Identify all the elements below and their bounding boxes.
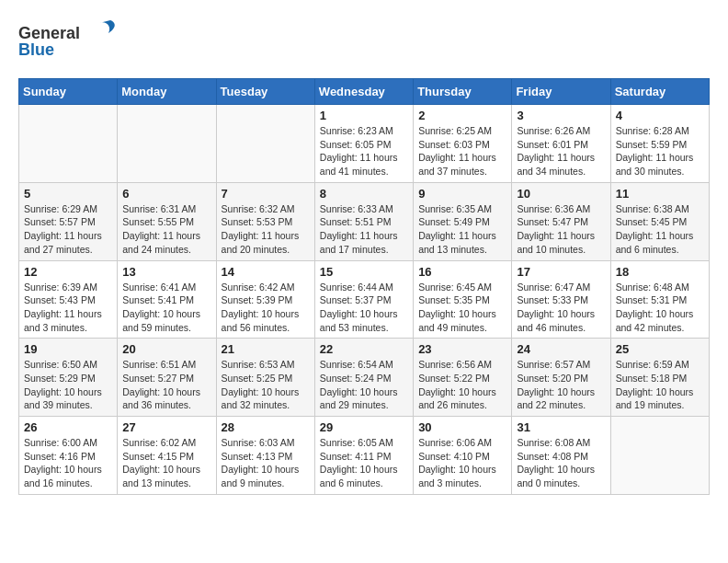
day-info: Sunrise: 6:50 AM Sunset: 5:29 PM Dayligh… xyxy=(24,358,112,412)
calendar-header-row: SundayMondayTuesdayWednesdayThursdayFrid… xyxy=(19,79,710,105)
calendar-cell: 25Sunrise: 6:59 AM Sunset: 5:18 PM Dayli… xyxy=(610,339,709,417)
calendar-week-row: 5Sunrise: 6:29 AM Sunset: 5:57 PM Daylig… xyxy=(19,182,710,260)
day-number: 25 xyxy=(616,342,704,356)
calendar-week-row: 19Sunrise: 6:50 AM Sunset: 5:29 PM Dayli… xyxy=(19,339,710,417)
day-number: 31 xyxy=(517,420,605,434)
calendar-cell xyxy=(19,105,118,183)
logo-text: General Blue xyxy=(18,18,119,63)
day-info: Sunrise: 6:25 AM Sunset: 6:03 PM Dayligh… xyxy=(418,124,506,178)
day-info: Sunrise: 6:56 AM Sunset: 5:22 PM Dayligh… xyxy=(418,358,506,412)
calendar-cell: 27Sunrise: 6:02 AM Sunset: 4:15 PM Dayli… xyxy=(118,417,216,495)
day-info: Sunrise: 6:54 AM Sunset: 5:24 PM Dayligh… xyxy=(320,358,408,412)
day-info: Sunrise: 6:32 AM Sunset: 5:53 PM Dayligh… xyxy=(222,202,310,257)
day-info: Sunrise: 6:42 AM Sunset: 5:39 PM Dayligh… xyxy=(222,281,310,335)
calendar-cell xyxy=(216,105,314,183)
calendar-cell: 28Sunrise: 6:03 AM Sunset: 4:13 PM Dayli… xyxy=(216,417,314,495)
calendar-cell: 7Sunrise: 6:32 AM Sunset: 5:53 PM Daylig… xyxy=(216,182,314,260)
calendar-cell: 15Sunrise: 6:44 AM Sunset: 5:37 PM Dayli… xyxy=(314,260,413,339)
day-number: 6 xyxy=(122,187,210,201)
svg-text:Blue: Blue xyxy=(18,40,54,59)
calendar-cell: 2Sunrise: 6:25 AM Sunset: 6:03 PM Daylig… xyxy=(414,105,512,183)
calendar-cell: 10Sunrise: 6:36 AM Sunset: 5:47 PM Dayli… xyxy=(512,182,610,260)
calendar-cell: 13Sunrise: 6:41 AM Sunset: 5:41 PM Dayli… xyxy=(118,260,216,339)
calendar-week-row: 26Sunrise: 6:00 AM Sunset: 4:16 PM Dayli… xyxy=(19,417,710,495)
day-info: Sunrise: 6:33 AM Sunset: 5:51 PM Dayligh… xyxy=(320,202,408,257)
day-info: Sunrise: 6:36 AM Sunset: 5:47 PM Dayligh… xyxy=(517,202,605,257)
calendar-cell: 6Sunrise: 6:31 AM Sunset: 5:55 PM Daylig… xyxy=(118,182,216,260)
column-header-thursday: Thursday xyxy=(414,79,512,105)
day-info: Sunrise: 6:44 AM Sunset: 5:37 PM Dayligh… xyxy=(320,281,408,335)
calendar-cell: 17Sunrise: 6:47 AM Sunset: 5:33 PM Dayli… xyxy=(512,260,610,339)
day-number: 26 xyxy=(24,420,112,434)
calendar-cell: 18Sunrise: 6:48 AM Sunset: 5:31 PM Dayli… xyxy=(610,260,709,339)
day-info: Sunrise: 6:26 AM Sunset: 6:01 PM Dayligh… xyxy=(517,124,605,178)
column-header-monday: Monday xyxy=(118,79,216,105)
day-info: Sunrise: 6:02 AM Sunset: 4:15 PM Dayligh… xyxy=(122,436,210,490)
day-info: Sunrise: 6:23 AM Sunset: 6:05 PM Dayligh… xyxy=(320,124,408,178)
day-info: Sunrise: 6:28 AM Sunset: 5:59 PM Dayligh… xyxy=(616,124,704,178)
svg-text:General: General xyxy=(18,24,80,42)
calendar-cell: 26Sunrise: 6:00 AM Sunset: 4:16 PM Dayli… xyxy=(19,417,118,495)
day-info: Sunrise: 6:45 AM Sunset: 5:35 PM Dayligh… xyxy=(418,281,506,335)
day-number: 28 xyxy=(222,420,310,434)
calendar-cell: 29Sunrise: 6:05 AM Sunset: 4:11 PM Dayli… xyxy=(314,417,413,495)
day-info: Sunrise: 6:29 AM Sunset: 5:57 PM Dayligh… xyxy=(24,202,112,257)
column-header-sunday: Sunday xyxy=(19,79,118,105)
day-number: 12 xyxy=(24,265,112,279)
calendar-cell: 11Sunrise: 6:38 AM Sunset: 5:45 PM Dayli… xyxy=(610,182,709,260)
calendar-cell: 21Sunrise: 6:53 AM Sunset: 5:25 PM Dayli… xyxy=(216,339,314,417)
calendar-cell: 31Sunrise: 6:08 AM Sunset: 4:08 PM Dayli… xyxy=(512,417,610,495)
day-number: 23 xyxy=(418,342,506,356)
calendar-cell: 12Sunrise: 6:39 AM Sunset: 5:43 PM Dayli… xyxy=(19,260,118,339)
calendar-cell xyxy=(118,105,216,183)
day-info: Sunrise: 6:38 AM Sunset: 5:45 PM Dayligh… xyxy=(616,202,704,257)
calendar-cell: 8Sunrise: 6:33 AM Sunset: 5:51 PM Daylig… xyxy=(314,182,413,260)
day-number: 27 xyxy=(122,420,210,434)
day-number: 22 xyxy=(320,342,408,356)
day-info: Sunrise: 6:57 AM Sunset: 5:20 PM Dayligh… xyxy=(517,358,605,412)
calendar-cell xyxy=(610,417,709,495)
day-info: Sunrise: 6:03 AM Sunset: 4:13 PM Dayligh… xyxy=(222,436,310,490)
calendar-cell: 22Sunrise: 6:54 AM Sunset: 5:24 PM Dayli… xyxy=(314,339,413,417)
day-number: 30 xyxy=(418,420,506,434)
day-number: 24 xyxy=(517,342,605,356)
calendar-week-row: 12Sunrise: 6:39 AM Sunset: 5:43 PM Dayli… xyxy=(19,260,710,339)
day-number: 11 xyxy=(616,187,704,201)
day-number: 16 xyxy=(418,265,506,279)
day-info: Sunrise: 6:59 AM Sunset: 5:18 PM Dayligh… xyxy=(616,358,704,412)
day-number: 29 xyxy=(320,420,408,434)
calendar-cell: 24Sunrise: 6:57 AM Sunset: 5:20 PM Dayli… xyxy=(512,339,610,417)
day-info: Sunrise: 6:53 AM Sunset: 5:25 PM Dayligh… xyxy=(222,358,310,412)
calendar-week-row: 1Sunrise: 6:23 AM Sunset: 6:05 PM Daylig… xyxy=(19,105,710,183)
day-info: Sunrise: 6:00 AM Sunset: 4:16 PM Dayligh… xyxy=(24,436,112,490)
logo: General Blue xyxy=(18,18,119,63)
day-number: 5 xyxy=(24,187,112,201)
column-header-wednesday: Wednesday xyxy=(314,79,413,105)
day-number: 15 xyxy=(320,265,408,279)
calendar-cell: 3Sunrise: 6:26 AM Sunset: 6:01 PM Daylig… xyxy=(512,105,610,183)
day-number: 10 xyxy=(517,187,605,201)
day-number: 4 xyxy=(616,109,704,122)
day-info: Sunrise: 6:06 AM Sunset: 4:10 PM Dayligh… xyxy=(418,436,506,490)
column-header-saturday: Saturday xyxy=(610,79,709,105)
calendar-cell: 14Sunrise: 6:42 AM Sunset: 5:39 PM Dayli… xyxy=(216,260,314,339)
day-number: 17 xyxy=(517,265,605,279)
day-info: Sunrise: 6:41 AM Sunset: 5:41 PM Dayligh… xyxy=(122,281,210,335)
day-info: Sunrise: 6:08 AM Sunset: 4:08 PM Dayligh… xyxy=(517,436,605,490)
day-info: Sunrise: 6:51 AM Sunset: 5:27 PM Dayligh… xyxy=(122,358,210,412)
day-info: Sunrise: 6:35 AM Sunset: 5:49 PM Dayligh… xyxy=(418,202,506,257)
day-number: 20 xyxy=(122,342,210,356)
calendar-cell: 4Sunrise: 6:28 AM Sunset: 5:59 PM Daylig… xyxy=(610,105,709,183)
calendar-cell: 9Sunrise: 6:35 AM Sunset: 5:49 PM Daylig… xyxy=(414,182,512,260)
day-number: 14 xyxy=(222,265,310,279)
calendar-cell: 1Sunrise: 6:23 AM Sunset: 6:05 PM Daylig… xyxy=(314,105,413,183)
day-number: 9 xyxy=(418,187,506,201)
calendar-cell: 30Sunrise: 6:06 AM Sunset: 4:10 PM Dayli… xyxy=(414,417,512,495)
day-number: 21 xyxy=(222,342,310,356)
calendar-cell: 23Sunrise: 6:56 AM Sunset: 5:22 PM Dayli… xyxy=(414,339,512,417)
calendar-table: SundayMondayTuesdayWednesdayThursdayFrid… xyxy=(18,78,710,495)
calendar-cell: 16Sunrise: 6:45 AM Sunset: 5:35 PM Dayli… xyxy=(414,260,512,339)
page-header: General Blue xyxy=(18,18,710,63)
day-info: Sunrise: 6:48 AM Sunset: 5:31 PM Dayligh… xyxy=(616,281,704,335)
day-info: Sunrise: 6:31 AM Sunset: 5:55 PM Dayligh… xyxy=(122,202,210,257)
